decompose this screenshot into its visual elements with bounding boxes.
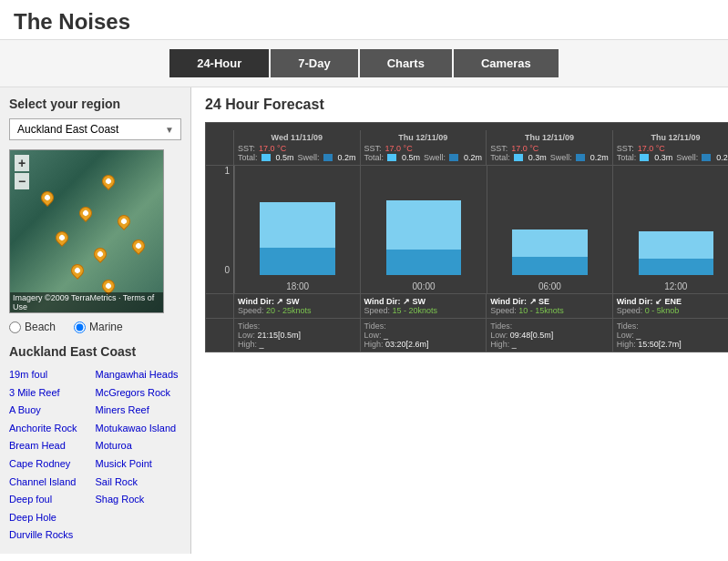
beach-marine-selector: Beach Marine <box>9 321 181 333</box>
bar-3 <box>512 230 587 275</box>
sst-label: SST: <box>617 144 634 153</box>
list-item[interactable]: Cape Rodney <box>9 455 96 474</box>
footer-wind-3: Wind Dir: ↗ SE Speed: 10 - 15knots <box>486 294 612 318</box>
chart-sst-3: SST: 17.0 °C <box>490 144 609 153</box>
tides-label-3: Tides: <box>490 321 609 331</box>
swell-val-4: 0.2m <box>716 153 728 162</box>
marine-radio[interactable] <box>74 321 86 333</box>
wind-dir-label-2: Wind Dir: ↗ SW <box>364 297 483 306</box>
bar-group-1: 18:00 <box>234 166 360 293</box>
footer-tides-2: Tides: Low: _ High: 03:20[2.6m] <box>360 319 487 352</box>
map-marker <box>129 237 148 255</box>
list-item[interactable]: Channel Island <box>9 474 96 492</box>
footer-tides-1: Tides: Low: 21:15[0.5m] High: _ <box>233 319 360 352</box>
tides-label-1: Tides: <box>238 321 356 331</box>
bar-1 <box>260 202 334 275</box>
list-item[interactable]: Mangawhai Heads <box>96 366 182 384</box>
beach-radio[interactable] <box>9 321 21 333</box>
swell-label: Swell: <box>676 153 698 162</box>
location-col-1: 19m foul 3 Mile Reef A Buoy Anchorite Ro… <box>9 366 96 545</box>
y-axis: 1 0 <box>206 166 233 293</box>
footer-spacer <box>206 294 233 318</box>
tab-charts[interactable]: Charts <box>360 49 452 77</box>
map-marker <box>38 189 56 207</box>
sst-val-2: 17.0 °C <box>385 144 413 153</box>
tide-high-2: High: 03:20[2.6m] <box>364 340 483 349</box>
wind-speed-2: Speed: 15 - 20knots <box>364 306 483 315</box>
map-marker <box>91 245 109 263</box>
page-title: The Noises <box>14 9 714 35</box>
bar-group-2: 00:00 <box>360 166 486 293</box>
swell-label: Swell: <box>550 153 572 162</box>
total-val-4: 0.3m <box>654 153 672 162</box>
list-item[interactable]: Motukawao Island <box>96 420 182 438</box>
region-select[interactable]: Auckland East Coast Bay of Plenty Northl… <box>9 118 181 140</box>
location-col-2: Mangawhai Heads McGregors Rock Miners Re… <box>96 366 182 545</box>
chart-col-header-4: Thu 12/11/09 SST: 17.0 °C Total: 0.3m Sw… <box>612 130 728 165</box>
bar-total-3 <box>512 230 587 257</box>
footer-wind-4: Wind Dir: ↙ ENE Speed: 0 - 5knob <box>612 294 728 318</box>
wind-dir-label-1: Wind Dir: ↗ SW <box>238 297 356 306</box>
map-marker <box>53 229 71 247</box>
sst-label: SST: <box>238 144 255 153</box>
chart-date-3: Thu 12/11/09 <box>490 133 609 142</box>
tides-label-2: Tides: <box>364 321 483 331</box>
tide-high-3: High: _ <box>490 340 609 349</box>
list-item[interactable]: Anchorite Rock <box>9 420 96 438</box>
map-marker <box>68 261 87 280</box>
total-legend-icon <box>387 154 396 161</box>
bar-group-4: 12:00 <box>612 166 728 293</box>
map-image: + − Imagery ©2009 TerraMetrics · Terms o… <box>10 150 163 312</box>
list-item[interactable]: A Buoy <box>9 402 96 420</box>
bar-time-3: 06:00 <box>538 281 561 291</box>
bar-time-1: 18:00 <box>286 281 309 291</box>
total-val-2: 0.5m <box>402 153 420 162</box>
chart-date-4: Thu 12/11/09 <box>617 133 728 142</box>
sst-val-4: 17.0 °C <box>638 144 665 153</box>
list-item[interactable]: Durville Rocks <box>9 526 96 545</box>
list-item[interactable]: 3 Mile Reef <box>9 384 96 403</box>
list-item[interactable]: Bream Head <box>9 437 96 455</box>
y-axis-top: 1 <box>224 166 230 176</box>
total-label: Total: <box>238 153 258 162</box>
list-item[interactable]: Sail Rock <box>96 474 182 492</box>
list-item[interactable]: Deep foul <box>9 491 96 509</box>
chart-sst-1: SST: 17.0 °C <box>238 144 356 153</box>
tab-24hour[interactable]: 24-Hour <box>169 49 269 77</box>
marine-label: Marine <box>89 321 123 333</box>
bar-total-2 <box>386 200 461 250</box>
tab-cameras[interactable]: Cameras <box>454 49 559 77</box>
list-item[interactable]: Musick Point <box>96 455 182 474</box>
chart-spacer <box>206 130 233 165</box>
list-item[interactable]: Deep Hole <box>9 509 96 527</box>
bar-4 <box>639 231 713 275</box>
list-item[interactable]: McGregors Rock <box>96 384 182 403</box>
beach-radio-label[interactable]: Beach <box>9 321 56 333</box>
forecast-header: 24 Hour Forecast ? How do I read this gr… <box>205 97 728 113</box>
chart-legend-4: Total: 0.3m Swell: 0.2m <box>617 153 728 162</box>
footer-wind-1: Wind Dir: ↗ SW Speed: 20 - 25knots <box>233 294 360 318</box>
list-item[interactable]: Miners Reef <box>96 402 182 420</box>
tide-low-1: Low: 21:15[0.5m] <box>238 331 356 340</box>
chart-container: Wed 11/11/09 SST: 17.0 °C Total: 0.5m Sw… <box>205 122 728 352</box>
list-item[interactable]: 19m foul <box>9 366 96 384</box>
swell-legend-icon <box>323 154 333 161</box>
list-item[interactable]: Shag Rock <box>96 491 182 509</box>
tab-7day[interactable]: 7-Day <box>271 49 357 77</box>
bars-area: 18:00 00:00 <box>233 166 728 293</box>
zoom-in-button[interactable]: + <box>15 155 29 171</box>
bar-swell-1 <box>260 248 334 275</box>
forecast-title: 24 Hour Forecast <box>205 97 324 113</box>
footer-tides-4: Tides: Low: _ High: 15:50[2.7m] <box>612 319 728 352</box>
sst-val-1: 17.0 °C <box>259 144 286 153</box>
swell-label: Swell: <box>424 153 446 162</box>
marine-radio-label[interactable]: Marine <box>74 321 123 333</box>
list-item[interactable]: Moturoa <box>96 437 182 455</box>
bar-swell-2 <box>386 250 461 275</box>
bar-group-3: 06:00 <box>487 166 612 293</box>
wind-speed-4: Speed: 0 - 5knob <box>617 306 728 315</box>
swell-legend-icon <box>449 154 458 161</box>
bar-total-1 <box>260 202 334 248</box>
map-area: + − Imagery ©2009 TerraMetrics · Terms o… <box>9 149 164 313</box>
zoom-out-button[interactable]: − <box>15 173 29 189</box>
